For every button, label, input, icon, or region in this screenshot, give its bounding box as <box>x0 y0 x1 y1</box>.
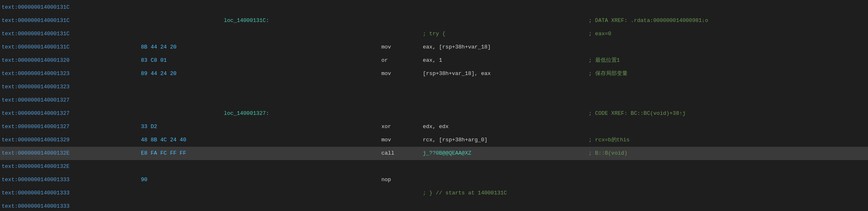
comment: ; B::B(void) <box>589 147 868 160</box>
bytes: 33 D2 <box>141 120 224 133</box>
table-row: text:0000000140001323 <box>0 80 868 94</box>
table-row: text:000000014000131C <box>0 1 868 14</box>
table-row: text:000000014000131C ; try { ; eax=0 <box>0 27 868 41</box>
table-row[interactable]: text:000000014000132E E8 FA FC FF FF cal… <box>0 147 868 160</box>
address: text:000000014000131C <box>0 27 141 41</box>
comment: ; CODE XREF: BC::BC(void)+38↑j <box>589 107 868 120</box>
mnemonic: or <box>381 54 423 67</box>
mnemonic: mov <box>381 133 423 147</box>
comment: ; rcx=b的this <box>589 133 868 147</box>
operands: j_??0B@@QEAA@XZ <box>423 147 589 160</box>
operands-comment: ; } // starts at 14000131C <box>423 187 589 200</box>
mnemonic: xor <box>381 120 423 133</box>
comment: ; 最低位置1 <box>589 54 868 67</box>
table-row: text:0000000140001329 48 8B 4C 24 40 mov… <box>0 133 868 147</box>
address: text:000000014000132E <box>0 160 141 173</box>
mnemonic: nop <box>381 173 423 187</box>
comment: ; eax=0 <box>589 27 868 41</box>
mnemonic: mov <box>381 67 423 80</box>
address: text:000000014000131C <box>0 1 141 14</box>
table-row: text:0000000140001327 loc_140001327: ; C… <box>0 107 868 120</box>
address: text:0000000140001323 <box>0 67 141 80</box>
table-row: text:0000000140001333 <box>0 200 868 211</box>
address: text:0000000140001329 <box>0 133 141 147</box>
operands: eax, [rsp+38h+var_18] <box>423 41 589 54</box>
table-row: text:0000000140001333 ; } // starts at 1… <box>0 187 868 200</box>
operands: eax, 1 <box>423 54 589 67</box>
bytes: E8 FA FC FF FF <box>141 147 224 160</box>
address: text:0000000140001323 <box>0 80 141 94</box>
comment: ; DATA XREF: .rdata:000000014000981↓o <box>589 14 868 27</box>
address: text:000000014000131C <box>0 41 141 54</box>
code-view: text:000000014000131C text:0000000140001… <box>0 0 868 211</box>
bytes: 83 C8 01 <box>141 54 224 67</box>
bytes: 90 <box>141 173 224 187</box>
table-row: text:000000014000131C loc_14000131C: ; D… <box>0 14 868 27</box>
mnemonic: call <box>381 147 423 160</box>
table-row: text:0000000140001327 <box>0 94 868 107</box>
address: text:0000000140001320 <box>0 54 141 67</box>
address: text:0000000140001333 <box>0 173 141 187</box>
address: text:0000000140001333 <box>0 187 141 200</box>
bytes: 8B 44 24 20 <box>141 41 224 54</box>
label: loc_140001327: <box>224 107 381 120</box>
bytes: 48 8B 4C 24 40 <box>141 133 224 147</box>
mnemonic: mov <box>381 41 423 54</box>
address: text:0000000140001333 <box>0 200 141 211</box>
bytes: 89 44 24 20 <box>141 67 224 80</box>
table-row: text:0000000140001320 83 C8 01 or eax, 1… <box>0 54 868 67</box>
operands-comment: ; try { <box>423 27 589 41</box>
label: loc_14000131C: <box>224 14 381 27</box>
operands: rcx, [rsp+38h+arg_0] <box>423 133 589 147</box>
address: text:000000014000132E <box>0 147 141 160</box>
operands: edx, edx <box>423 120 589 133</box>
comment: ; 保存局部变量 <box>589 67 868 80</box>
address: text:000000014000131C <box>0 14 141 27</box>
table-row: text:0000000140001327 33 D2 xor edx, edx <box>0 120 868 133</box>
table-row: text:0000000140001323 89 44 24 20 mov [r… <box>0 67 868 80</box>
table-row: text:0000000140001333 90 nop <box>0 173 868 187</box>
table-row: text:000000014000131C 8B 44 24 20 mov ea… <box>0 41 868 54</box>
table-row: text:000000014000132E <box>0 160 868 173</box>
address: text:0000000140001327 <box>0 94 141 107</box>
address: text:0000000140001327 <box>0 107 141 120</box>
operands: [rsp+38h+var_18], eax <box>423 67 589 80</box>
address: text:0000000140001327 <box>0 120 141 133</box>
